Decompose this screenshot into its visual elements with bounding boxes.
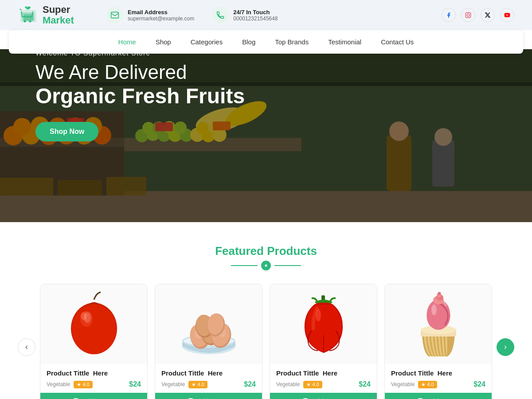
email-icon	[106, 7, 123, 23]
product-title-2: Product Tittle Here	[161, 369, 256, 377]
svg-point-3	[24, 20, 26, 23]
social-icons	[442, 8, 514, 22]
pepper-image	[290, 289, 357, 360]
carousel-prev-button[interactable]: ‹	[18, 338, 35, 356]
products-carousel: ‹	[18, 284, 514, 399]
hero-title1: We Are Delivered	[35, 62, 497, 83]
product-price-3: $24	[359, 380, 371, 388]
youtube-icon[interactable]	[500, 8, 514, 22]
svg-point-4	[29, 20, 31, 23]
instagram-icon[interactable]	[461, 8, 475, 22]
rating-badge-3: ★ 4.0	[303, 381, 322, 388]
logo-text: Super Market	[43, 4, 74, 26]
cupcake-image	[405, 288, 472, 361]
svg-point-10	[467, 14, 469, 16]
product-card-4: Product Tittle Here Vegetable ★ 4.0 $24 …	[384, 284, 492, 399]
twitter-icon[interactable]	[481, 8, 495, 22]
rating-badge-1: ★ 4.0	[74, 381, 92, 388]
product-title-4: Product Tittle Here	[391, 369, 485, 377]
product-card-2: Product Tittle Here Vegetable ★ 4.0 $24 …	[155, 284, 262, 399]
product-price-1: $24	[129, 380, 141, 388]
svg-point-62	[72, 305, 116, 354]
product-meta-4: Vegetable ★ 4.0 $24	[391, 380, 485, 388]
nav-item-shop[interactable]: Shop	[146, 30, 181, 54]
email-contact: Email Address supermarket@example.com	[106, 7, 194, 23]
logo[interactable]: Super Market	[18, 4, 89, 26]
product-category-2: Vegetable	[161, 381, 185, 387]
product-image-wrap-3	[270, 284, 377, 364]
divider-line-left	[231, 265, 258, 266]
product-meta-3: Vegetable ★ 4.0 $24	[276, 380, 371, 388]
product-info-2: Product Tittle Here Vegetable ★ 4.0 $24	[155, 364, 262, 388]
svg-rect-9	[466, 12, 471, 18]
add-to-cart-button-4[interactable]: Add To Cart	[385, 393, 492, 399]
product-image-wrap-1	[40, 284, 147, 364]
nav-item-home[interactable]: Home	[109, 30, 146, 54]
section-divider	[18, 261, 514, 270]
shop-now-button[interactable]: Shop Now	[35, 122, 98, 141]
featured-section: Featured Products ‹	[0, 222, 532, 399]
product-info-4: Product Tittle Here Vegetable ★ 4.0 $24	[385, 364, 492, 388]
facebook-icon[interactable]	[442, 8, 456, 22]
product-info-3: Product Tittle Here Vegetable ★ 4.0 $24	[270, 364, 377, 388]
svg-point-11	[469, 13, 470, 14]
svg-rect-8	[111, 12, 119, 18]
product-title-1: Product Tittle Here	[47, 369, 141, 377]
product-title-3: Product Tittle Here	[276, 369, 371, 377]
product-price-2: $24	[244, 380, 256, 388]
product-price-4: $24	[473, 380, 485, 388]
svg-point-94	[431, 305, 437, 315]
svg-line-5	[20, 9, 21, 10]
nav-item-blog[interactable]: Blog	[232, 30, 265, 54]
product-meta-1: Vegetable ★ 4.0 $24	[47, 380, 141, 388]
product-card-1: Product Tittle Here Vegetable ★ 4.0 $24 …	[40, 284, 148, 399]
product-card-3: Product Tittle Here Vegetable ★ 4.0 $24 …	[270, 284, 377, 399]
nav-item-contact-us[interactable]: Contact Us	[371, 30, 423, 54]
product-category-3: Vegetable	[276, 381, 300, 387]
product-image-wrap-4	[385, 284, 492, 364]
products-grid: Product Tittle Here Vegetable ★ 4.0 $24 …	[35, 284, 497, 399]
svg-point-93	[438, 292, 441, 295]
nav-item-categories[interactable]: Categories	[181, 30, 233, 54]
rating-badge-2: ★ 4.0	[188, 381, 207, 388]
hero-content: Welcome TO Supermarket Store We Are Deli…	[0, 49, 532, 141]
svg-point-85	[316, 309, 321, 321]
phone-contact: 24/7 In Touch 000012321545648	[212, 7, 278, 23]
top-bar: Super Market Email Address supermarket@e…	[0, 0, 532, 30]
product-category-4: Vegetable	[391, 381, 415, 387]
featured-title: Featured Products	[18, 244, 514, 258]
hero-section: Welcome TO Supermarket Store We Are Deli…	[0, 49, 532, 222]
carousel-next-button[interactable]: ›	[497, 338, 514, 356]
add-to-cart-button-2[interactable]: Add To Cart	[155, 393, 262, 399]
divider-line-right	[274, 265, 301, 266]
apple-image	[61, 289, 127, 360]
nav-item-top-brands[interactable]: Top Brands	[265, 30, 318, 54]
navbar: Home Shop Categories Blog Top Brands Tes…	[9, 30, 523, 54]
product-meta-2: Vegetable ★ 4.0 $24	[161, 380, 256, 388]
add-to-cart-button-1[interactable]: Add To Cart	[40, 393, 147, 399]
eggs-image	[173, 289, 244, 360]
product-info-1: Product Tittle Here Vegetable ★ 4.0 $24	[40, 364, 147, 388]
rating-badge-4: ★ 4.0	[418, 381, 437, 388]
nav-menu: Home Shop Categories Blog Top Brands Tes…	[9, 30, 523, 54]
product-category-1: Vegetable	[47, 381, 70, 387]
svg-point-65	[84, 312, 91, 323]
svg-point-60	[265, 265, 267, 267]
logo-icon	[18, 4, 39, 26]
hero-title2: Organic Fresh Fruits	[35, 83, 497, 109]
product-image-wrap-2	[155, 284, 262, 364]
phone-icon	[212, 7, 229, 23]
add-to-cart-button-3[interactable]: Add To Cart	[270, 393, 377, 399]
nav-item-testimonial[interactable]: Testimonial	[318, 30, 371, 54]
divider-icon	[261, 261, 271, 270]
